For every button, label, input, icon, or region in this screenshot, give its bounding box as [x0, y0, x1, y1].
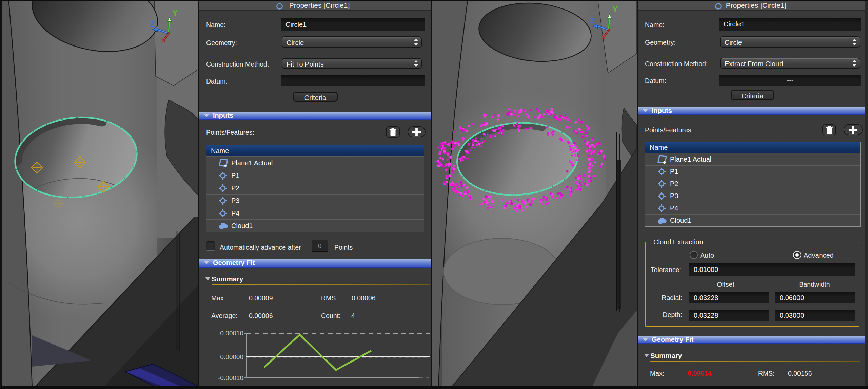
svg-text:Z: Z: [150, 19, 155, 29]
svg-text:Z: Z: [590, 16, 595, 25]
svg-text:Y: Y: [612, 5, 618, 14]
svg-text:-0.00010: -0.00010: [218, 374, 243, 382]
svg-text:0.00010: 0.00010: [220, 330, 243, 337]
svg-text:0.00000: 0.00000: [220, 353, 243, 360]
svg-text:Y: Y: [172, 8, 178, 17]
